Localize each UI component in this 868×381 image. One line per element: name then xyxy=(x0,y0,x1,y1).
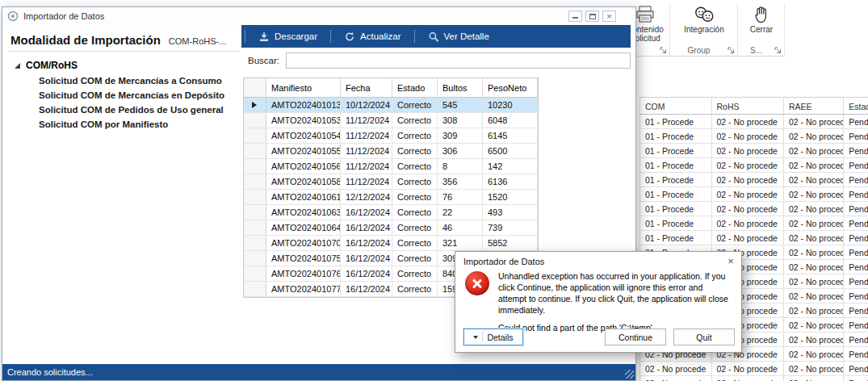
descargar-button[interactable]: Descargar xyxy=(245,25,330,48)
tree-node-com-rohs[interactable]: COM/RoHS xyxy=(9,57,240,73)
row-selector[interactable] xyxy=(244,220,266,235)
grid-cell[interactable]: Correcto xyxy=(392,236,438,250)
grid-row[interactable]: AMTO20240106112/12/2024Correcto761520 xyxy=(244,190,538,205)
grid-cell[interactable]: Correcto xyxy=(392,174,438,189)
grid-cell[interactable]: AMTO202401053 xyxy=(266,113,341,128)
grid-cell[interactable]: Correcto xyxy=(392,98,438,112)
grid-cell[interactable]: 11/12/2024 xyxy=(341,159,392,174)
grid-column-header[interactable]: Estado xyxy=(392,78,438,97)
grid-cell[interactable]: 16/12/2024 xyxy=(341,266,392,281)
bg-table-row[interactable]: 02 - No procede02 - No procede02 - No pr… xyxy=(639,376,868,381)
grid-cell[interactable]: 11/12/2024 xyxy=(341,113,392,128)
grid-cell[interactable]: Correcto xyxy=(392,251,438,266)
grid-row[interactable]: AMTO20240105511/12/2024Correcto3066500 xyxy=(244,144,538,159)
grid-row[interactable]: AMTO20240107016/12/2024Correcto3215852 xyxy=(244,236,538,251)
grid-cell[interactable]: AMTO202401054 xyxy=(266,128,341,143)
bg-table-row[interactable]: 01 - Procede02 - No procede02 - No proce… xyxy=(639,202,868,216)
grid-cell[interactable]: 16/12/2024 xyxy=(341,282,392,296)
dialog-launcher-icon[interactable] xyxy=(660,47,667,54)
grid-cell[interactable]: 46 xyxy=(438,220,483,235)
grid-cell[interactable]: 739 xyxy=(483,220,538,235)
grid-cell[interactable]: Correcto xyxy=(392,282,438,296)
grid-cell[interactable]: 6500 xyxy=(483,144,538,158)
actualizar-button[interactable]: Actualizar xyxy=(331,25,414,48)
window-titlebar[interactable]: Importador de Datos × xyxy=(2,7,635,25)
grid-cell[interactable]: 1520 xyxy=(483,190,538,204)
close-button[interactable]: × xyxy=(602,10,616,22)
dialog-close-button[interactable]: × xyxy=(720,252,741,270)
maximize-button[interactable] xyxy=(585,10,599,22)
bg-table-row[interactable]: 01 - Procede02 - No procede02 - No proce… xyxy=(639,216,868,231)
grid-cell[interactable]: 321 xyxy=(438,236,483,250)
grid-cell[interactable]: 545 xyxy=(438,98,483,112)
grid-cell[interactable]: Correcto xyxy=(392,159,438,174)
grid-row[interactable]: AMTO20240106416/12/2024Correcto46739 xyxy=(244,220,538,236)
grid-column-header[interactable]: Bultos xyxy=(438,78,483,97)
grid-column-header[interactable]: Manifiesto xyxy=(266,78,341,97)
grid-cell[interactable]: AMTO202401061 xyxy=(266,190,341,204)
row-selector[interactable] xyxy=(244,251,266,266)
grid-row[interactable]: AMTO20240106316/12/2024Correcto22493 xyxy=(244,205,538,220)
grid-cell[interactable]: AMTO202401076 xyxy=(266,266,341,281)
grid-cell[interactable]: AMTO202401064 xyxy=(266,220,341,235)
bg-table-row[interactable]: 01 - Procede02 - No procede02 - No proce… xyxy=(639,187,868,202)
bg-table-row[interactable]: 02 - No procede02 - No procede02 - No pr… xyxy=(639,362,868,376)
grid-cell[interactable]: Correcto xyxy=(392,220,438,235)
row-selector[interactable] xyxy=(244,236,266,250)
grid-cell[interactable]: 5852 xyxy=(483,236,538,250)
cerrar-button[interactable]: Cerrar xyxy=(742,6,781,34)
grid-cell[interactable]: AMTO202401013 xyxy=(266,98,341,112)
grid-cell[interactable]: 11/12/2024 xyxy=(341,174,392,189)
grid-column-header[interactable]: Fecha xyxy=(341,78,392,97)
dialog-launcher-icon[interactable] xyxy=(774,47,782,54)
tree-item[interactable]: Solicitud COM de Mercancías a Consumo xyxy=(9,73,240,88)
row-selector[interactable] xyxy=(244,98,266,112)
dialog-launcher-icon[interactable] xyxy=(728,47,735,54)
row-selector[interactable] xyxy=(244,282,266,296)
grid-cell[interactable]: 10/12/2024 xyxy=(341,98,392,112)
row-selector[interactable] xyxy=(244,144,266,158)
grid-cell[interactable]: AMTO202401075 xyxy=(266,251,341,266)
quit-button[interactable]: Quit xyxy=(673,329,735,345)
bg-table-row[interactable]: 01 - Procede02 - No procede02 - No proce… xyxy=(639,144,868,158)
row-selector[interactable] xyxy=(244,266,266,281)
bg-table-row[interactable]: 01 - Procede02 - No procede02 - No proce… xyxy=(639,129,868,144)
grid-column-header[interactable]: PesoNeto xyxy=(483,78,538,97)
grid-cell[interactable]: 493 xyxy=(483,205,538,220)
row-selector[interactable] xyxy=(244,174,266,189)
tree-expander-icon[interactable] xyxy=(15,63,20,69)
row-selector[interactable] xyxy=(244,190,266,204)
grid-cell[interactable]: AMTO202401058 xyxy=(266,174,341,189)
grid-cell[interactable]: 16/12/2024 xyxy=(341,220,392,235)
grid-cell[interactable]: 306 xyxy=(438,144,483,158)
grid-row[interactable]: AMTO20240105311/12/2024Correcto3086048 xyxy=(244,113,538,128)
row-selector[interactable] xyxy=(244,205,266,220)
grid-cell[interactable]: AMTO202401070 xyxy=(266,236,341,250)
grid-row[interactable]: AMTO20240105411/12/2024Correcto3096145 xyxy=(244,128,538,144)
grid-cell[interactable]: Correcto xyxy=(392,190,438,204)
grid-cell[interactable]: AMTO202401077 xyxy=(266,282,341,296)
details-button[interactable]: Details xyxy=(463,329,523,345)
grid-cell[interactable]: Correcto xyxy=(392,128,438,143)
bg-table-row[interactable]: 01 - Procede02 - No procede02 - No proce… xyxy=(639,231,868,245)
grid-cell[interactable]: 11/12/2024 xyxy=(341,144,392,158)
tree-item[interactable]: Solicitud COM de Pedidos de Uso general xyxy=(9,103,240,117)
tree-item[interactable]: Solicitud COM de Mercancías en Depósito xyxy=(9,88,240,103)
grid-cell[interactable]: 142 xyxy=(483,159,538,174)
integracion-button[interactable]: Integración xyxy=(678,6,730,34)
grid-row[interactable]: AMTO20240105811/12/2024Correcto3566136 xyxy=(244,174,538,190)
grid-cell[interactable]: Correcto xyxy=(392,205,438,220)
grid-cell[interactable]: 16/12/2024 xyxy=(341,251,392,266)
grid-cell[interactable]: 16/12/2024 xyxy=(341,205,392,220)
bg-table-row[interactable]: 01 - Procede02 - No procede02 - No proce… xyxy=(639,115,868,129)
grid-cell[interactable]: AMTO202401063 xyxy=(266,205,341,220)
resize-grip[interactable] xyxy=(625,370,634,379)
grid-cell[interactable]: Correcto xyxy=(392,144,438,158)
row-selector[interactable] xyxy=(244,159,266,174)
bg-table-row[interactable]: 01 - Procede02 - No procede02 - No proce… xyxy=(639,173,868,187)
grid-cell[interactable]: 76 xyxy=(438,190,483,204)
dialog-titlebar[interactable]: Importador de Datos × xyxy=(455,252,741,270)
row-selector[interactable] xyxy=(244,113,266,128)
grid-cell[interactable]: Correcto xyxy=(392,266,438,281)
grid-cell[interactable]: 12/12/2024 xyxy=(341,190,392,204)
